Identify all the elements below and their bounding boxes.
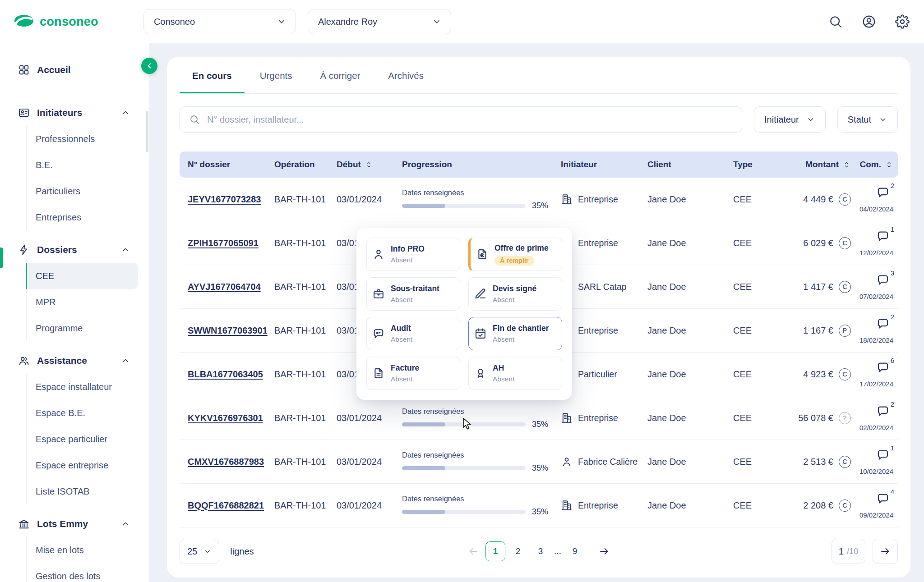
goto-page-input[interactable]: 1 /10 [832,539,865,564]
statut-filter-label: Statut [848,115,871,125]
table-row: KYKV1676976301 BAR-TH-101 03/01/2024 Dat… [180,396,898,440]
search-icon[interactable] [828,14,843,29]
statut-filter-button[interactable]: Statut [837,106,898,133]
column-label: Client [647,160,671,170]
column-header-com[interactable]: Com. [853,160,894,170]
comments-button[interactable]: 2 [876,404,890,420]
dossier-link[interactable]: AYVJ1677064704 [188,282,261,292]
sidebar-item-b-e[interactable]: B.E. [26,152,138,178]
status-card-info-pro[interactable]: Info PRO Absent [366,238,460,271]
sidebar-item-liste-isotab[interactable]: Liste ISOTAB [26,478,138,504]
column-header-debut[interactable]: Début [337,160,402,170]
goto-page-button[interactable] [873,539,898,564]
organization-select[interactable]: Consoneo [143,9,296,34]
sidebar-item-entreprises[interactable]: Entreprises [26,204,138,230]
sidebar-scrollbar[interactable] [146,111,148,152]
section-label: Dossiers [37,244,77,255]
initiateur-name: Entreprise [578,238,618,248]
dossier-link[interactable]: BLBA1677063405 [188,369,263,380]
settings-icon[interactable] [895,14,910,29]
progress-bar[interactable] [402,466,526,470]
comment-date: 12/02/2024 [859,249,893,257]
status-card-title: Devis signé [493,284,536,293]
search-input[interactable] [206,114,733,125]
status-card-fin-de-chantier[interactable]: Fin de chantier Absent [468,317,562,350]
comments-button[interactable]: 2 [876,317,890,333]
brand-name: consoneo [40,15,98,29]
initiateur-filter-button[interactable]: Initiateur [754,106,826,133]
sidebar-section-toggle-lots-emmy[interactable]: Lots Emmy [0,511,149,537]
sidebar-section-toggle-dossiers[interactable]: Dossiers [0,237,149,263]
comments-button[interactable]: 4 [876,492,890,508]
sidebar-item-mise-en-lots[interactable]: Mise en lots [26,537,138,563]
user-select[interactable]: Alexandre Roy [308,9,451,34]
status-card-text: AH Absent [493,363,514,383]
comments-button[interactable]: 1 [876,229,890,245]
pagination-next-button[interactable] [597,545,611,558]
progress-bar[interactable] [402,510,526,514]
dossier-link[interactable]: SWWN1677063901 [188,325,268,336]
tab-a-corriger[interactable]: À corriger [308,57,373,93]
tab-archives[interactable]: Archivés [375,57,436,93]
sidebar-item-programme[interactable]: Programme [26,315,138,341]
sidebar-item-professionnels[interactable]: Professionnels [26,126,138,152]
sidebar-item-espace-b-e[interactable]: Espace B.E. [26,400,138,426]
status-card-ah[interactable]: AH Absent [468,357,562,390]
comment-count: 1 [891,444,894,452]
sidebar-section-toggle-initiateurs[interactable]: Initiateurs [0,100,149,126]
type-cell: CEE [733,413,785,423]
comment-date: 07/02/2024 [859,293,893,300]
comments-button[interactable]: 1 [876,448,890,464]
tab-en-cours[interactable]: En cours [180,57,245,93]
progress-bar[interactable] [402,204,526,208]
page-size-select[interactable]: 25 [180,539,219,564]
status-card-offre-de-prime[interactable]: Offre de prime À remplir [468,238,562,271]
status-card-text: Facture Absent [391,363,419,383]
initiateur-cell: Entreprise [561,500,647,511]
dossier-link[interactable]: KYKV1676976301 [188,413,263,423]
comments-button[interactable]: 3 [876,273,890,289]
column-header-montant[interactable]: Montant [785,160,853,170]
account-icon[interactable] [862,14,876,29]
sidebar-item-cee[interactable]: CEE [26,263,138,289]
sidebar-collapse-button[interactable] [141,58,157,74]
sidebar-item-espace-installateur[interactable]: Espace installateur [26,374,138,400]
dossier-link[interactable]: CMXV1676887983 [188,457,264,467]
initiateur-cell: Entreprise [561,193,647,205]
dossier-link[interactable]: BQQF1676882821 [188,500,264,511]
table-footer: 25 lignes 123...9 [180,530,898,577]
sidebar-item-accueil[interactable]: Accueil [0,57,149,83]
type-cell: CEE [733,194,785,205]
sidebar-item-particuliers[interactable]: Particuliers [26,178,138,204]
chevron-down-icon [203,547,212,555]
sidebar-section-toggle-assistance[interactable]: Assistance [0,348,149,374]
sidebar-item-mpr[interactable]: MPR [26,289,138,315]
comments-button[interactable]: 2 [876,186,890,202]
status-card-sous-traitant[interactable]: Sous-traitant Absent [366,277,460,311]
status-card-facture[interactable]: Facture Absent [366,357,460,390]
type-cell: CEE [733,238,785,248]
pagination-prev-button[interactable] [467,545,480,558]
dossier-link[interactable]: ZPIH1677065091 [188,238,259,248]
brand[interactable]: consoneo [14,14,98,30]
status-card-audit[interactable]: Audit Absent [366,317,460,350]
column-label: Opération [274,160,315,170]
montant-badge: C [839,193,851,206]
sidebar-item-espace-particulier[interactable]: Espace particulier [26,426,138,452]
pagination-page-1[interactable]: 1 [485,541,505,561]
sidebar-item-espace-entreprise[interactable]: Espace entreprise [26,452,138,478]
pagination-page-3[interactable]: 3 [531,541,550,561]
pagination-page-2[interactable]: 2 [508,541,528,561]
progress-bar[interactable] [402,422,526,426]
page-size-value: 25 [187,546,197,557]
dossier-link[interactable]: JEYV1677073283 [188,194,261,205]
invoice-icon [372,367,385,380]
comment-icon [876,492,890,505]
search-icon [189,114,200,125]
status-card-text: Audit Absent [391,324,412,344]
sidebar-item-gestion-des-lots[interactable]: Gestion des lots [26,563,138,582]
status-card-devis-signe[interactable]: Devis signé Absent [468,277,562,311]
tab-urgents[interactable]: Urgents [247,57,305,93]
pagination-page-9[interactable]: 9 [565,541,585,561]
comments-button[interactable]: 6 [876,361,890,376]
